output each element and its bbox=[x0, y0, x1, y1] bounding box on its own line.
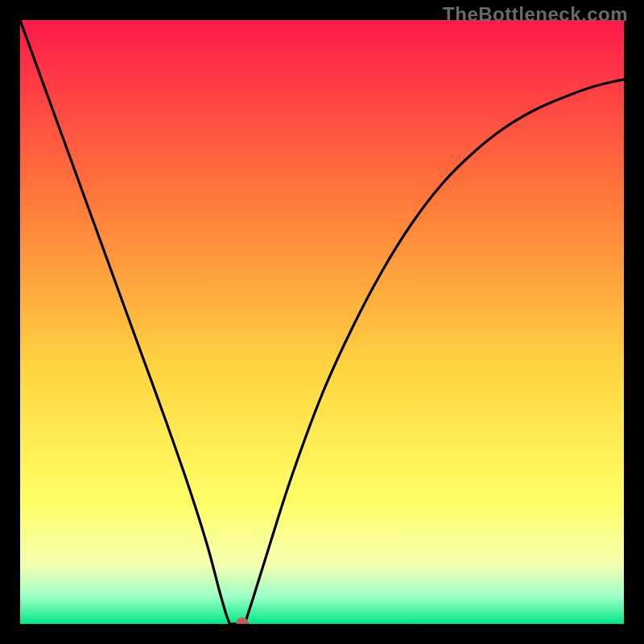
plot-area bbox=[20, 20, 624, 624]
watermark-text: TheBottleneck.com bbox=[443, 3, 628, 26]
chart-frame: { "watermark": "TheBottleneck.com", "col… bbox=[0, 0, 644, 644]
curve-path bbox=[20, 20, 624, 624]
bottleneck-curve bbox=[20, 20, 624, 624]
